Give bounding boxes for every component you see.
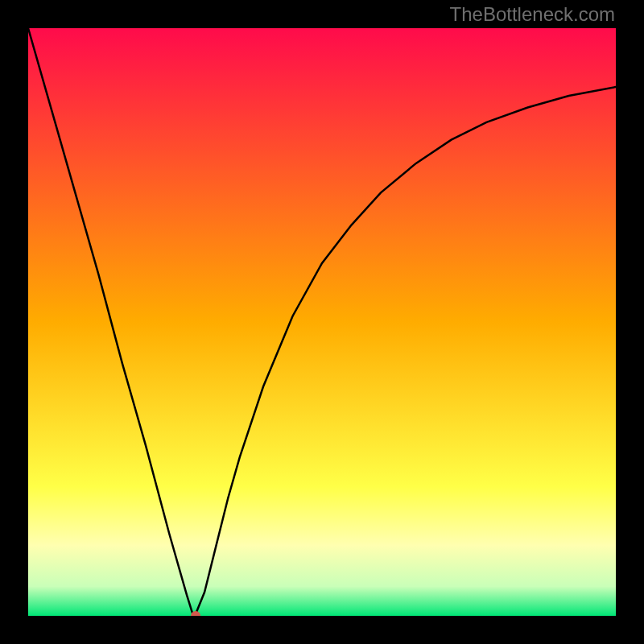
plot-background — [28, 28, 616, 616]
chart-frame: TheBottleneck.com — [0, 0, 644, 644]
watermark-text: TheBottleneck.com — [450, 3, 615, 26]
bottleneck-chart — [28, 28, 616, 616]
